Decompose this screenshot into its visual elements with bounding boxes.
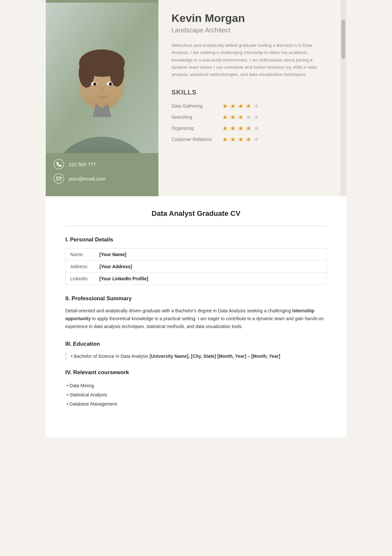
star-filled: ★ bbox=[238, 135, 244, 143]
coursework-section: IV. Relevant coursework Data MiningStati… bbox=[65, 369, 327, 408]
summary-text-end: to apply theoretical knowledge in a prac… bbox=[65, 316, 324, 329]
professional-summary-section: II. Professional Summary Detail-oriented… bbox=[65, 295, 327, 330]
star-filled: ★ bbox=[222, 102, 228, 110]
table-row: LinkedIn:[Your LinkedIn Profile] bbox=[66, 273, 327, 285]
svg-point-9 bbox=[93, 82, 96, 86]
email-address: your@email.com bbox=[69, 176, 106, 182]
skills-heading: SKILLS bbox=[172, 89, 327, 96]
document-title: Data Analyst Graduate CV bbox=[65, 209, 327, 218]
table-label: LinkedIn: bbox=[66, 273, 95, 285]
list-item: Data Mining bbox=[67, 381, 327, 390]
scrollbar-thumb[interactable] bbox=[341, 20, 345, 59]
table-row: Address:[Your Address] bbox=[66, 261, 327, 273]
skill-name: Data Gathering bbox=[172, 103, 222, 109]
education-bold: [University Name], [City, State] [Month,… bbox=[150, 354, 280, 359]
skill-stars: ★★★★★ bbox=[222, 135, 259, 143]
star-filled: ★ bbox=[222, 135, 228, 143]
coursework-heading: IV. Relevant coursework bbox=[65, 369, 327, 376]
star-filled: ★ bbox=[230, 113, 236, 121]
skill-row: Organizing★★★★★ bbox=[172, 124, 327, 132]
star-empty: ★ bbox=[253, 113, 259, 121]
table-value: [Your Name] bbox=[95, 249, 327, 261]
divider bbox=[65, 226, 327, 226]
email-icon bbox=[54, 173, 64, 184]
star-filled: ★ bbox=[238, 124, 244, 132]
profile-photo bbox=[46, 3, 158, 153]
star-filled: ★ bbox=[230, 124, 236, 132]
skill-name: Organizing bbox=[172, 126, 222, 131]
star-empty: ★ bbox=[253, 102, 259, 110]
contact-section: 222 555 777 your@email.com bbox=[46, 153, 158, 194]
cv-summary: Meticulous and analytically skilled grad… bbox=[172, 42, 327, 78]
professional-summary-heading: II. Professional Summary bbox=[65, 295, 327, 302]
list-item: Database Management bbox=[67, 399, 327, 408]
phone-contact: 222 555 777 bbox=[54, 159, 151, 169]
phone-icon bbox=[54, 159, 64, 169]
star-filled: ★ bbox=[246, 102, 252, 110]
skill-name: Searching bbox=[172, 114, 222, 120]
svg-point-10 bbox=[109, 82, 112, 86]
list-item: Statistical Analysis bbox=[67, 390, 327, 399]
table-value: [Your Address] bbox=[95, 261, 327, 273]
cv-name: Kevin Morgan bbox=[172, 12, 327, 25]
star-empty: ★ bbox=[253, 124, 259, 132]
education-text: • Bachelor of Science in Data Analysis bbox=[71, 354, 150, 359]
table-label: Address: bbox=[66, 261, 95, 273]
star-filled: ★ bbox=[238, 102, 244, 110]
accent-bar-bottom bbox=[46, 194, 158, 196]
skill-stars: ★★★★★ bbox=[222, 124, 259, 132]
coursework-list: Data MiningStatistical AnalysisDatabase … bbox=[65, 381, 327, 408]
personal-table: Name:[Your Name]Address:[Your Address]Li… bbox=[65, 248, 327, 285]
cv-title: Landscape Architect bbox=[172, 26, 327, 34]
personal-details-heading: I. Personal Details bbox=[65, 236, 327, 243]
education-item: • Bachelor of Science in Data Analysis [… bbox=[65, 353, 327, 360]
table-label: Name: bbox=[66, 249, 95, 261]
skill-stars: ★★★★★ bbox=[222, 113, 259, 121]
svg-rect-11 bbox=[57, 177, 61, 180]
skill-row: Customer Relations★★★★★ bbox=[172, 135, 327, 143]
star-filled: ★ bbox=[230, 135, 236, 143]
skill-row: Data Gathering★★★★★ bbox=[172, 102, 327, 110]
star-filled: ★ bbox=[238, 113, 244, 121]
education-heading: III. Education bbox=[65, 341, 327, 347]
professional-summary-text: Detail-oriented and analytically driven … bbox=[65, 307, 327, 330]
star-filled: ★ bbox=[246, 124, 252, 132]
phone-number: 222 555 777 bbox=[69, 162, 96, 167]
document-section: Data Analyst Graduate CV I. Personal Det… bbox=[46, 196, 346, 437]
email-contact: your@email.com bbox=[54, 173, 151, 184]
skill-name: Customer Relations bbox=[172, 137, 222, 142]
summary-text-start: Detail-oriented and analytically driven … bbox=[65, 308, 292, 313]
accent-bar-top bbox=[46, 0, 158, 3]
personal-details-section: I. Personal Details Name:[Your Name]Addr… bbox=[65, 236, 327, 285]
star-filled: ★ bbox=[246, 135, 252, 143]
star-empty: ★ bbox=[246, 113, 252, 121]
skills-list: Data Gathering★★★★★Searching★★★★★Organiz… bbox=[172, 102, 327, 143]
star-filled: ★ bbox=[222, 113, 228, 121]
education-section: III. Education • Bachelor of Science in … bbox=[65, 341, 327, 360]
scrollbar[interactable] bbox=[340, 0, 346, 196]
star-filled: ★ bbox=[230, 102, 236, 110]
star-filled: ★ bbox=[222, 124, 228, 132]
cv-right-panel: Kevin Morgan Landscape Architect Meticul… bbox=[158, 0, 340, 196]
skill-row: Searching★★★★★ bbox=[172, 113, 327, 121]
star-empty: ★ bbox=[253, 135, 259, 143]
table-value: [Your LinkedIn Profile] bbox=[95, 273, 327, 285]
skill-stars: ★★★★★ bbox=[222, 102, 259, 110]
table-row: Name:[Your Name] bbox=[66, 249, 327, 261]
